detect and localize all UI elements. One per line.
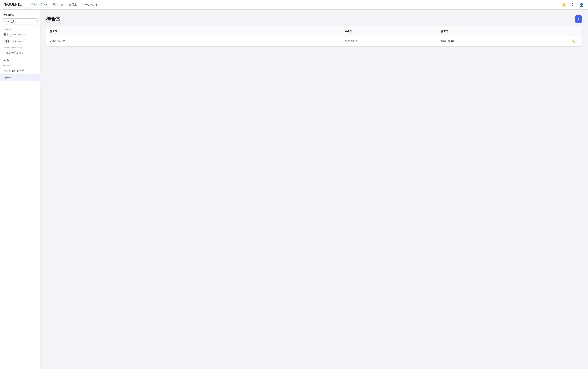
nav-label-usage: 使用量 xyxy=(69,3,77,6)
nav-icons: 🔔 ? 👤 xyxy=(561,2,584,8)
sidebar-search[interactable]: ⧉ xyxy=(2,19,38,24)
nav-items: プロジェクト ▾ 統計ログ 使用量 エージェント xyxy=(27,1,561,8)
cell-created: 2024-02-01 xyxy=(341,36,437,47)
table-row: 基本の待合室 2024-02-01 2024-02-01 ✏️ - xyxy=(46,36,582,47)
nav-label-agent: エージェント xyxy=(83,3,98,6)
cell-modified: 2024-02-01 xyxy=(437,36,534,47)
sidebar-item-url[interactable]: URL xyxy=(0,56,40,63)
col-header-created: 生成日 xyxy=(341,27,437,36)
row-actions: ✏️ - xyxy=(537,39,578,43)
search-input[interactable] xyxy=(2,19,36,24)
sidebar-item-basic-control[interactable]: 基本コントロール xyxy=(0,31,40,38)
nav-item-project[interactable]: プロジェクト ▾ xyxy=(27,1,50,8)
sidebar-item-interval-control[interactable]: 区間コントロール xyxy=(0,38,40,45)
table-header: 待合室 生成日 修正日 xyxy=(46,27,582,36)
nav-label-stats: 統計ログ xyxy=(53,3,63,6)
page-title: 待合室 xyxy=(46,16,60,22)
top-navigation: NetFUNNEL プロジェクト ▾ 統計ログ 使用量 エージェント 🔔 ? 👤 xyxy=(0,0,588,10)
app-logo: NetFUNNEL xyxy=(4,3,21,7)
copy-icon[interactable]: ⧉ xyxy=(36,20,38,23)
sidebar: Project1 ⧉ Controls 基本コントロール 区間コントロール En… xyxy=(0,10,40,369)
help-icon[interactable]: ? xyxy=(570,2,576,8)
edit-button[interactable]: ✏️ xyxy=(571,39,576,43)
section-label-settings: Settings xyxy=(0,63,40,67)
waiting-room-table-container: 待合室 生成日 修正日 基本の待合室 2024-02-01 2024-02-01… xyxy=(46,27,582,47)
section-label-eum: End User Monitoring xyxy=(0,45,40,49)
cell-actions: ✏️ - xyxy=(534,36,582,47)
page-header: 待合室 + xyxy=(46,15,582,23)
sidebar-item-transaction[interactable]: トランザクション xyxy=(0,49,40,56)
col-header-modified: 修正日 xyxy=(437,27,534,36)
app-layout: Project1 ⧉ Controls 基本コントロール 区間コントロール En… xyxy=(0,10,588,369)
project-title: Project1 xyxy=(0,12,40,19)
sidebar-item-waiting-room[interactable]: 待合室 xyxy=(0,74,40,81)
nav-item-stats[interactable]: 統計ログ xyxy=(50,2,66,8)
table-body: 基本の待合室 2024-02-01 2024-02-01 ✏️ - xyxy=(46,36,582,47)
main-content: 待合室 + 待合室 生成日 修正日 基本の待合室 2024-02-01 xyxy=(40,10,588,369)
nav-item-agent[interactable]: エージェント xyxy=(80,2,100,8)
nav-label-project: プロジェクト xyxy=(30,3,45,6)
chevron-down-icon: ▾ xyxy=(46,3,47,6)
section-label-controls: Controls xyxy=(0,27,40,31)
table-header-row: 待合室 生成日 修正日 xyxy=(46,27,582,36)
user-icon[interactable]: 👤 xyxy=(578,2,584,8)
nav-item-usage[interactable]: 使用量 xyxy=(67,2,79,8)
sidebar-item-project-management[interactable]: プロジェクト管理 xyxy=(0,67,40,74)
col-header-actions xyxy=(534,27,582,36)
waiting-room-table: 待合室 生成日 修正日 基本の待合室 2024-02-01 2024-02-01… xyxy=(46,27,582,46)
col-header-name: 待合室 xyxy=(46,27,341,36)
cell-name: 基本の待合室 xyxy=(46,36,341,47)
add-waiting-room-button[interactable]: + xyxy=(575,15,582,23)
notification-icon[interactable]: 🔔 xyxy=(561,2,567,8)
delete-placeholder: - xyxy=(577,40,578,43)
